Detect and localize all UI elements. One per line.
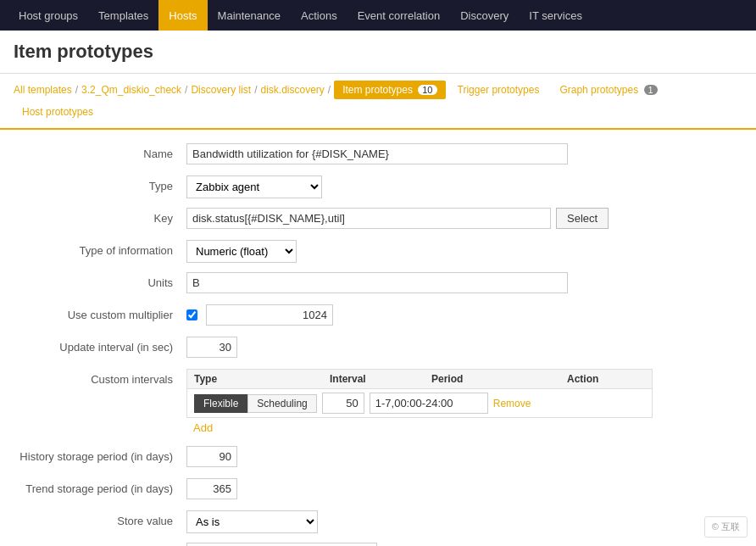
nav-event-correlation[interactable]: Event correlation	[347, 0, 451, 31]
trend-input[interactable]	[186, 478, 237, 499]
type-of-info-control: Numeric (float)	[186, 240, 739, 263]
breadcrumb-sep3: /	[254, 84, 257, 96]
ci-action-header: Action	[560, 370, 652, 388]
type-row: Type Zabbix agent	[17, 176, 739, 199]
navigation: Host groups Templates Hosts Maintenance …	[0, 0, 756, 31]
add-interval-link[interactable]: Add	[186, 418, 220, 437]
breadcrumb: All templates / 3.2_Qm_diskio_check / Di…	[0, 74, 756, 130]
page-title: Item prototypes	[0, 31, 756, 74]
ci-period-input[interactable]	[370, 393, 488, 414]
show-value-select[interactable]: As is	[186, 543, 377, 546]
item-prototypes-badge: 10	[418, 85, 436, 95]
units-input[interactable]	[186, 272, 568, 293]
show-value-label: Show value	[17, 543, 186, 546]
type-of-info-label: Type of information	[17, 240, 186, 257]
ci-period-header: Period	[425, 370, 560, 388]
update-interval-row: Update interval (in sec)	[17, 337, 739, 360]
units-row: Units	[17, 272, 739, 296]
ci-scheduling-btn[interactable]: Scheduling	[247, 394, 316, 413]
trend-control	[186, 478, 739, 499]
custom-multiplier-input[interactable]	[206, 304, 333, 326]
show-value-row: Show value As is show value mappings	[17, 543, 739, 546]
breadcrumb-all-templates[interactable]: All templates	[14, 84, 72, 96]
custom-intervals-label: Custom intervals	[17, 369, 186, 386]
ci-data-row: Flexible Scheduling Remove	[187, 389, 652, 417]
update-interval-control	[186, 337, 739, 358]
nav-templates[interactable]: Templates	[88, 0, 158, 31]
update-interval-input[interactable]	[186, 337, 237, 358]
type-of-info-row: Type of information Numeric (float)	[17, 240, 739, 264]
nav-maintenance[interactable]: Maintenance	[208, 0, 291, 31]
key-label: Key	[17, 208, 186, 225]
key-control: Select	[186, 208, 739, 229]
nav-hosts[interactable]: Hosts	[158, 0, 207, 31]
history-input[interactable]	[186, 446, 237, 467]
store-value-control: As is Delta (speed per second) Delta (si…	[186, 510, 739, 533]
ci-type-btn-group: Flexible Scheduling	[194, 394, 317, 413]
type-control: Zabbix agent	[186, 176, 739, 198]
nav-it-services[interactable]: IT services	[519, 0, 592, 31]
top-nav: Host groups Templates Hosts Maintenance …	[0, 0, 756, 31]
tab-graph-prototypes[interactable]: Graph prototypes 1	[551, 81, 665, 99]
store-value-select[interactable]: As is Delta (speed per second) Delta (si…	[186, 510, 318, 533]
name-control	[186, 143, 739, 164]
name-row: Name	[17, 143, 739, 167]
breadcrumb-discovery-list[interactable]: Discovery list	[191, 84, 251, 96]
type-of-info-select[interactable]: Numeric (float)	[186, 240, 297, 263]
ci-interval-header: Interval	[323, 370, 425, 388]
content-wrapper: Item prototypes All templates / 3.2_Qm_d…	[0, 31, 756, 546]
key-input[interactable]	[186, 208, 551, 229]
custom-multiplier-label: Use custom multiplier	[17, 304, 186, 321]
breadcrumb-sep2: /	[185, 84, 187, 96]
history-row: History storage period (in days)	[17, 446, 739, 470]
store-value-row: Store value As is Delta (speed per secon…	[17, 510, 739, 534]
form-area: Name Type Zabbix agent Key Select Type	[0, 130, 756, 546]
key-row: Key Select	[17, 208, 739, 231]
ci-type-header: Type	[187, 370, 323, 388]
key-select-button[interactable]: Select	[556, 208, 609, 229]
custom-multiplier-control	[186, 304, 739, 326]
custom-intervals-table: Type Interval Period Action Flexible Sch…	[186, 369, 653, 418]
store-value-label: Store value	[17, 510, 186, 527]
show-value-control: As is show value mappings	[186, 543, 739, 546]
custom-multiplier-row: Use custom multiplier	[17, 304, 739, 328]
ci-interval-input[interactable]	[322, 393, 364, 414]
update-interval-label: Update interval (in sec)	[17, 337, 186, 354]
breadcrumb-template[interactable]: 3.2_Qm_diskio_check	[81, 84, 181, 96]
units-label: Units	[17, 272, 186, 289]
type-select[interactable]: Zabbix agent	[186, 176, 322, 198]
ci-flexible-btn[interactable]: Flexible	[194, 394, 247, 413]
breadcrumb-discovery-rule[interactable]: disk.discovery	[260, 84, 324, 96]
custom-intervals-row: Custom intervals Type Interval Period Ac…	[17, 369, 739, 437]
ci-header: Type Interval Period Action	[187, 370, 652, 389]
tab-trigger-prototypes[interactable]: Trigger prototypes	[449, 81, 548, 99]
tab-item-prototypes[interactable]: Item prototypes 10	[334, 81, 445, 99]
nav-host-groups[interactable]: Host groups	[8, 0, 88, 31]
history-control	[186, 446, 739, 467]
custom-intervals-control: Type Interval Period Action Flexible Sch…	[186, 369, 739, 437]
history-label: History storage period (in days)	[17, 446, 186, 463]
trend-row: Trend storage period (in days)	[17, 478, 739, 502]
type-label: Type	[17, 176, 186, 192]
name-label: Name	[17, 143, 186, 160]
nav-discovery[interactable]: Discovery	[450, 0, 519, 31]
graph-prototypes-badge: 1	[644, 85, 658, 95]
breadcrumb-sep4: /	[328, 84, 331, 96]
custom-multiplier-checkbox[interactable]	[186, 309, 197, 320]
trend-label: Trend storage period (in days)	[17, 478, 186, 495]
name-input[interactable]	[186, 143, 568, 164]
tab-host-prototypes[interactable]: Host prototypes	[14, 103, 102, 121]
units-control	[186, 272, 739, 293]
watermark: © 互联	[704, 516, 748, 538]
ci-remove-link[interactable]: Remove	[493, 398, 531, 410]
nav-actions[interactable]: Actions	[291, 0, 347, 31]
breadcrumb-sep1: /	[75, 84, 78, 96]
